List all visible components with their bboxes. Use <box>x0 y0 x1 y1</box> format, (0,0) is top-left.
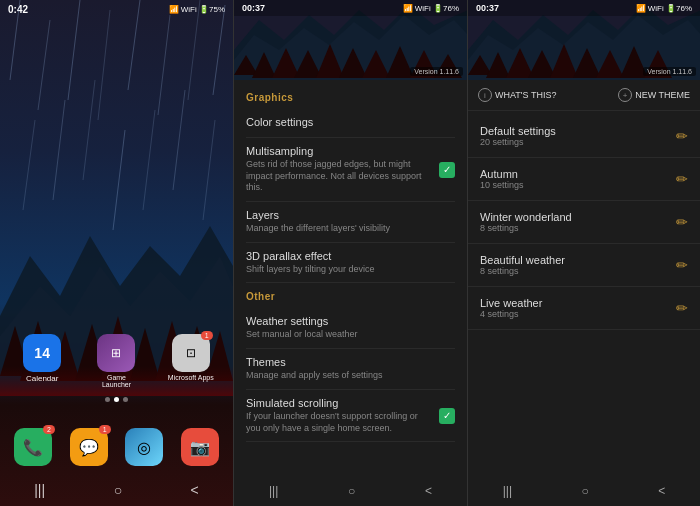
simulated-scrolling-desc: If your launcher doesn't support scrolli… <box>246 411 433 434</box>
whats-this-btn[interactable]: i WHAT'S THIS? <box>478 88 556 102</box>
themes-settings-item[interactable]: Themes Manage and apply sets of settings <box>246 349 455 390</box>
layers-title: Layers <box>246 209 455 221</box>
themes-home-btn[interactable]: ○ <box>582 484 589 498</box>
theme-default-info: Default settings 20 settings <box>480 125 556 147</box>
theme-winter-edit-icon[interactable]: ✏ <box>676 214 688 230</box>
theme-live-edit-icon[interactable]: ✏ <box>676 300 688 316</box>
phone-badge: 2 <box>43 425 55 434</box>
home-screen: 0:42 📶 WiFi 🔋75% <box>0 0 233 506</box>
microsoft-badge: 1 <box>201 331 213 340</box>
settings-recent-btn[interactable]: ||| <box>269 484 278 498</box>
color-settings-item[interactable]: Color settings <box>246 109 455 138</box>
theme-autumn[interactable]: Autumn 10 settings ✏ <box>468 158 700 201</box>
color-settings-title: Color settings <box>246 116 455 128</box>
parallax-item[interactable]: 3D parallax effect Shift layers by tilti… <box>246 243 455 284</box>
microsoft-label: Microsoft Apps <box>168 374 214 381</box>
svg-line-3 <box>98 10 110 120</box>
theme-default[interactable]: Default settings 20 settings ✏ <box>468 115 700 158</box>
weather-settings-title: Weather settings <box>246 315 455 327</box>
weather-settings-desc: Set manual or local weather <box>246 329 455 341</box>
status-icons: 📶 WiFi 🔋75% <box>169 5 225 14</box>
new-theme-label: NEW THEME <box>635 90 690 100</box>
phone-app[interactable]: 📞 2 <box>9 428 57 466</box>
svg-line-9 <box>53 100 65 200</box>
theme-beautiful-weather[interactable]: Beautiful weather 8 settings ✏ <box>468 244 700 287</box>
themes-status-bar: 00:37 📶 WiFi 🔋76% <box>468 0 700 16</box>
themes-settings-title: Themes <box>246 356 455 368</box>
theme-live-count: 4 settings <box>480 309 542 319</box>
calendar-app[interactable]: 14 Calendar <box>18 334 66 388</box>
bixby-app[interactable]: ◎ <box>120 428 168 466</box>
theme-default-edit-icon[interactable]: ✏ <box>676 128 688 144</box>
theme-default-count: 20 settings <box>480 137 556 147</box>
theme-beautiful-name: Beautiful weather <box>480 254 565 266</box>
back-btn[interactable]: < <box>191 482 199 498</box>
multisampling-item[interactable]: Multisampling Gets rid of those jagged e… <box>246 138 455 202</box>
themes-recent-btn[interactable]: ||| <box>503 484 512 498</box>
status-bar: 0:42 📶 WiFi 🔋75% <box>0 0 233 19</box>
theme-autumn-name: Autumn <box>480 168 524 180</box>
theme-beautiful-edit-icon[interactable]: ✏ <box>676 257 688 273</box>
calendar-label: Calendar <box>26 374 58 383</box>
settings-home-btn[interactable]: ○ <box>348 484 355 498</box>
theme-beautiful-info: Beautiful weather 8 settings <box>480 254 565 276</box>
themes-version-badge: Version 1.11.6 <box>643 67 696 76</box>
messages-badge: 1 <box>99 425 111 434</box>
graphics-section-label: Graphics <box>246 92 455 103</box>
simulated-scrolling-title: Simulated scrolling <box>246 397 433 409</box>
layers-desc: Manage the different layers' visibility <box>246 223 455 235</box>
layers-item[interactable]: Layers Manage the different layers' visi… <box>246 202 455 243</box>
other-section-label: Other <box>246 291 455 302</box>
messages-app[interactable]: 💬 1 <box>65 428 113 466</box>
svg-line-12 <box>143 110 155 210</box>
theme-autumn-count: 10 settings <box>480 180 524 190</box>
add-icon: + <box>618 88 632 102</box>
home-nav-bar: ||| ○ < <box>0 482 233 498</box>
dot-2 <box>114 397 119 402</box>
theme-live-info: Live weather 4 settings <box>480 297 542 319</box>
theme-list: Default settings 20 settings ✏ Autumn 10… <box>468 111 700 475</box>
settings-panel: 00:37 📶 WiFi 🔋76% Version 1.11.6 Graphic… <box>233 0 467 506</box>
settings-list: Graphics Color settings Multisampling Ge… <box>234 80 467 476</box>
svg-line-1 <box>38 20 50 110</box>
multisampling-desc: Gets rid of those jagged edges, but migh… <box>246 159 433 194</box>
theme-autumn-edit-icon[interactable]: ✏ <box>676 171 688 187</box>
weather-settings-item[interactable]: Weather settings Set manual or local wea… <box>246 308 455 349</box>
page-dots <box>0 397 233 402</box>
game-launcher-label: Game Launcher <box>92 374 140 388</box>
settings-status-icons: 📶 WiFi 🔋76% <box>403 4 459 13</box>
simulated-scrolling-checkbox[interactable]: ✓ <box>439 408 455 424</box>
svg-line-10 <box>83 80 95 180</box>
themes-settings-desc: Manage and apply sets of settings <box>246 370 455 382</box>
svg-line-5 <box>158 15 170 115</box>
theme-winter-name: Winter wonderland <box>480 211 572 223</box>
parallax-desc: Shift layers by tilting your device <box>246 264 455 276</box>
info-icon: i <box>478 88 492 102</box>
settings-back-btn[interactable]: < <box>425 484 432 498</box>
themes-back-btn[interactable]: < <box>658 484 665 498</box>
theme-beautiful-count: 8 settings <box>480 266 565 276</box>
theme-winter[interactable]: Winter wonderland 8 settings ✏ <box>468 201 700 244</box>
theme-live-weather[interactable]: Live weather 4 settings ✏ <box>468 287 700 330</box>
simulated-scrolling-item[interactable]: Simulated scrolling If your launcher doe… <box>246 390 455 442</box>
svg-line-13 <box>173 90 185 190</box>
themes-status-icons: 📶 WiFi 🔋76% <box>636 4 692 13</box>
theme-autumn-info: Autumn 10 settings <box>480 168 524 190</box>
new-theme-btn[interactable]: + NEW THEME <box>618 88 690 102</box>
themes-panel: 00:37 📶 WiFi 🔋76% Version 1.11.6 i WHAT'… <box>467 0 700 506</box>
theme-default-name: Default settings <box>480 125 556 137</box>
app-row: 14 Calendar ⊞ Game Launcher ⊡ 1 Microsof… <box>5 334 228 396</box>
dot-3 <box>123 397 128 402</box>
recent-apps-btn[interactable]: ||| <box>34 482 45 498</box>
multisampling-checkbox[interactable]: ✓ <box>439 162 455 178</box>
game-launcher-app[interactable]: ⊞ Game Launcher <box>92 334 140 388</box>
camera-app[interactable]: 📷 <box>176 428 224 466</box>
dot-1 <box>105 397 110 402</box>
theme-live-name: Live weather <box>480 297 542 309</box>
bottom-app-row: 📞 2 💬 1 ◎ 📷 <box>5 428 228 466</box>
themes-nav-bar: ||| ○ < <box>468 476 700 506</box>
microsoft-apps-app[interactable]: ⊡ 1 Microsoft Apps <box>167 334 215 388</box>
home-btn[interactable]: ○ <box>114 482 122 498</box>
themes-time: 00:37 <box>476 3 499 13</box>
theme-winter-count: 8 settings <box>480 223 572 233</box>
